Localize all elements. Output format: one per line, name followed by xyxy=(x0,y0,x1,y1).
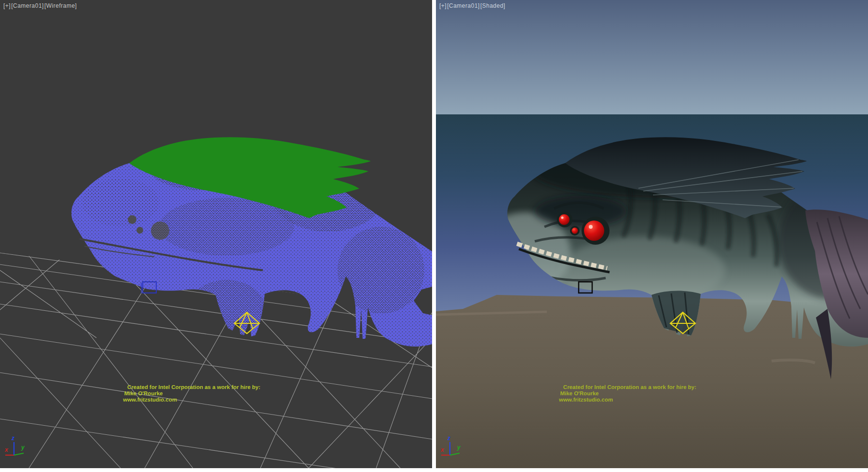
axis-y-label-shaded: y xyxy=(457,444,461,451)
viewport-menu-shading-right[interactable]: [Shaded] xyxy=(480,2,505,9)
viewport-stage: Created for Intel Corporation as a work … xyxy=(0,0,868,468)
credit-line-3-shaded: www.fritzstudio.com xyxy=(558,397,613,403)
viewport-menu-shading[interactable]: [Wireframe] xyxy=(44,2,77,9)
viewport-divider[interactable] xyxy=(432,0,436,468)
axis-y-label: y xyxy=(21,444,25,451)
viewport-menu-general[interactable]: [+] xyxy=(3,2,11,9)
credit-line-2: Mike O'Rourke xyxy=(124,390,163,396)
axis-x-label-shaded: x xyxy=(440,446,445,453)
axis-z-label-shaded: z xyxy=(447,435,450,442)
fish-eye-tiny xyxy=(136,227,143,234)
viewport-label-shaded: [+][Camera01][Shaded] xyxy=(439,2,506,9)
credit-line-1: Created for Intel Corporation as a work … xyxy=(127,384,260,390)
viewport-shaded[interactable]: Created for Intel Corporation as a work … xyxy=(436,0,868,468)
credit-line-1-shaded: Created for Intel Corporation as a work … xyxy=(563,384,696,390)
viewport-menu-pov[interactable]: [Camera01] xyxy=(11,2,44,9)
credit-line-2-shaded: Mike O'Rourke xyxy=(560,390,598,396)
axis-z-label: z xyxy=(11,435,14,442)
viewport-label-wireframe: [+][Camera01][Wireframe] xyxy=(3,2,77,9)
viewport-wireframe[interactable]: Created for Intel Corporation as a work … xyxy=(0,0,432,468)
credit-line-3: www.fritzstudio.com xyxy=(122,397,177,403)
dual-viewport-canvas: Created for Intel Corporation as a work … xyxy=(0,0,868,472)
axis-x-label: x xyxy=(4,446,9,453)
fish-eye-large-stipple xyxy=(151,222,169,240)
viewport-menu-general-right[interactable]: [+] xyxy=(439,2,447,9)
ground-terrain xyxy=(436,295,868,468)
viewport-menu-pov-right[interactable]: [Camera01] xyxy=(447,2,480,9)
fish-eye-small xyxy=(128,215,136,224)
sky xyxy=(436,0,868,114)
